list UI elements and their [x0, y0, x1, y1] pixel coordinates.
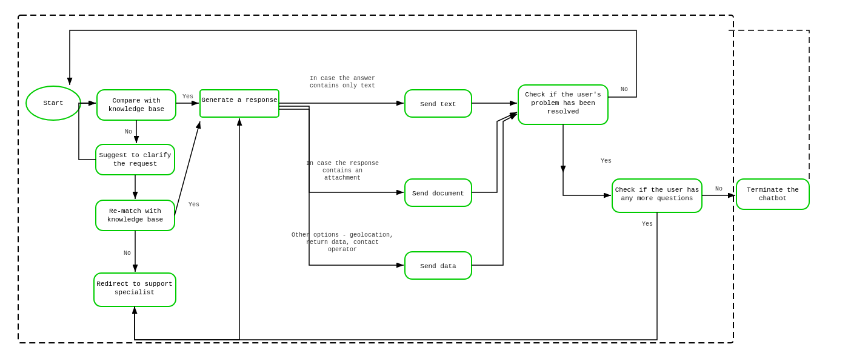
svg-text:specialist: specialist — [115, 289, 155, 296]
other-case-label2: return data, contact — [306, 239, 379, 246]
compare-label: Compare with — [112, 97, 160, 104]
no2-label: No — [124, 250, 131, 257]
no4-label: No — [715, 186, 723, 192]
svg-text:knowledge base: knowledge base — [107, 216, 163, 223]
doc-case-label1: In case the response — [306, 160, 379, 167]
arrow-senddoc-resolved — [472, 112, 517, 192]
doc-case-label2: contains an — [322, 167, 362, 174]
svg-text:the request: the request — [113, 160, 158, 167]
redirect-label: Redirect to support — [96, 280, 172, 288]
terminate-label: Terminate the — [747, 186, 799, 194]
doc-case-label3: attachment — [324, 175, 361, 181]
yes1-label: Yes — [182, 93, 193, 100]
arrow-checkmore-yes-loop — [135, 212, 657, 340]
svg-text:any more questions: any more questions — [621, 195, 693, 202]
no1-label: No — [125, 129, 132, 135]
text-case-label1: In case the answer — [310, 75, 375, 82]
send-data-label: Send data — [420, 263, 456, 270]
yes2-label: Yes — [189, 201, 199, 208]
arrow-resolved-checkmore — [563, 173, 611, 195]
check-more-label: Check if the user has — [615, 186, 699, 194]
send-text-label: Send text — [420, 101, 456, 108]
terminate-loop-line — [727, 30, 809, 179]
other-case-label3: operator — [328, 246, 357, 253]
svg-text:knowledge base: knowledge base — [109, 106, 164, 113]
suggest-label: Suggest to clarify — [99, 152, 172, 159]
svg-text:chatbot: chatbot — [759, 195, 787, 202]
generate-label: Generate a response — [201, 96, 277, 104]
yes4-label: Yes — [642, 221, 653, 228]
svg-text:resolved: resolved — [547, 108, 579, 115]
yes3-label: Yes — [601, 158, 612, 164]
arrow-senddata-resolved — [472, 114, 517, 265]
svg-text:problem has been: problem has been — [531, 100, 595, 107]
flowchart-diagram: Start Compare with knowledge base Sugges… — [0, 0, 868, 358]
no3-label: No — [621, 86, 628, 93]
other-case-label1: Other options - geolocation, — [292, 232, 393, 238]
arrow-suggest-compare-loop — [79, 103, 96, 160]
send-document-label: Send document — [412, 190, 464, 197]
text-case-label2: contains only text — [310, 83, 375, 89]
check-resolved-label: Check if the user's — [525, 91, 601, 98]
rematch-label: Re-match with — [109, 208, 161, 215]
start-label: Start — [43, 100, 63, 107]
